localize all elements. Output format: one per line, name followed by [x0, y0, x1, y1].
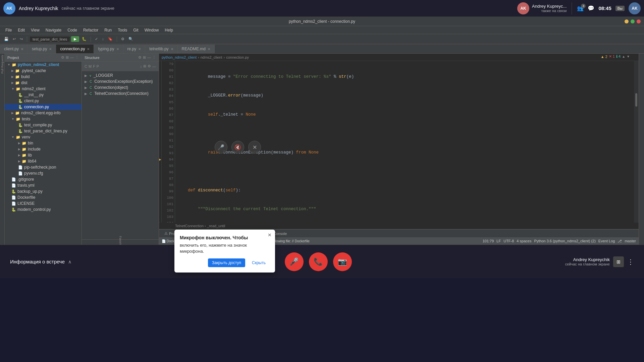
close-tab-setup[interactable]: ✕	[49, 47, 52, 51]
tree-pytest-cache[interactable]: ▶ 📁 .pytest_cache	[5, 68, 82, 74]
tab-re-py[interactable]: re.py ✕	[123, 45, 146, 53]
tree-tests[interactable]: ▼ 📁 tests	[5, 116, 82, 122]
nav-up-icon[interactable]: ▲	[622, 55, 625, 58]
pull-requests-label[interactable]: Pull Requests	[0, 54, 5, 75]
sidebar-settings-icon[interactable]: ⚙	[61, 55, 64, 60]
hangup-btn[interactable]: 📞	[309, 252, 328, 271]
tree-init-py[interactable]: 🐍 __init__.py	[5, 92, 82, 98]
sidebar-expand-icon[interactable]: ⊞	[66, 55, 69, 60]
toolbar-path[interactable]: test_parse_dict_lines	[30, 37, 70, 42]
tree-gitignore[interactable]: 📄 .gitignore	[5, 176, 82, 182]
menu-window[interactable]: Window	[142, 27, 162, 33]
camera-btn[interactable]: 📷	[333, 252, 352, 271]
struct-icon-minus[interactable]: —	[152, 64, 156, 68]
overlay-close-btn[interactable]: ✕	[248, 141, 261, 154]
mute-mic-btn[interactable]: 🎤	[285, 252, 304, 271]
menu-code[interactable]: Code	[65, 27, 80, 33]
tree-client-py[interactable]: 🐍 client.py	[5, 98, 82, 104]
struct-icon-f[interactable]: F	[93, 64, 95, 68]
toolbar-git-check[interactable]: ✓	[94, 36, 99, 42]
struct-connection-exception[interactable]: ▶ C ConnectionException(Exception)	[82, 78, 159, 84]
menu-refactor[interactable]: Refactor	[80, 27, 101, 33]
tree-pyvenv[interactable]: 📄 pyvenv.cfg	[5, 170, 82, 176]
close-tab-typing[interactable]: ✕	[116, 47, 119, 51]
struct-logger[interactable]: ▶ v _LOGGER	[82, 72, 159, 78]
tree-license[interactable]: 📄 LICENSE	[5, 200, 82, 206]
toolbar-debug[interactable]: 🐛	[80, 36, 88, 42]
tab-connection-py[interactable]: connection.py ✕	[56, 45, 94, 53]
toolbar-redo[interactable]: ↪	[18, 36, 24, 42]
tree-travis[interactable]: 📄 travis.yml	[5, 182, 82, 188]
editor-scrollbar[interactable]	[634, 61, 639, 223]
struct-icon-c[interactable]: C	[85, 64, 87, 68]
chat-icon[interactable]: 💬	[588, 5, 594, 11]
tree-test-parse[interactable]: 🐍 test_parse_dict_lines.py	[5, 128, 82, 134]
menu-run[interactable]: Run	[102, 27, 114, 33]
tab-setup-py[interactable]: setup.py ✕	[28, 45, 56, 53]
tree-root[interactable]: ▼ 📁 python_ndms2_client	[5, 62, 82, 68]
close-tab-client[interactable]: ✕	[21, 47, 23, 51]
menu-git[interactable]: Git	[130, 27, 141, 33]
tree-ndms2-client[interactable]: ▼ 📁 ndms2_client	[5, 86, 82, 92]
tooltip-primary-btn[interactable]: Закрыть доступ	[208, 258, 245, 267]
menu-navigate[interactable]: Navigate	[43, 27, 64, 33]
statusbar-event-log[interactable]: Event Log	[598, 239, 615, 243]
struct-connection[interactable]: ▶ C Connection(object)	[82, 84, 159, 90]
menu-help[interactable]: Help	[162, 27, 176, 33]
tab-typing-py[interactable]: typing.py ✕	[94, 45, 123, 53]
maximize-btn[interactable]	[631, 19, 635, 23]
struct-icon-gear[interactable]: ⚙	[148, 64, 151, 68]
struct-icon-group[interactable]: ⊞	[143, 64, 146, 68]
tree-dockerfile[interactable]: 📄 Dockerfile	[5, 194, 82, 200]
tree-include[interactable]: ▶ 📁 include	[5, 146, 82, 152]
tree-venv[interactable]: ▼ 📁 venv	[5, 134, 82, 140]
tree-dist[interactable]: ▶ 📁 dist	[5, 80, 82, 86]
menu-tools[interactable]: Tools	[115, 27, 130, 33]
participants-icon[interactable]: 👥 3	[577, 5, 584, 11]
struct-settings-icon[interactable]: ⚙	[138, 55, 142, 60]
scrollbar-thumb[interactable]	[635, 93, 637, 107]
tree-test-compile[interactable]: 🐍 test_compile.py	[5, 122, 82, 128]
tree-pip-selfcheck[interactable]: 📄 pip-selfcheck.json	[5, 164, 82, 170]
tab-client-py[interactable]: client.py ✕	[0, 45, 28, 53]
tree-connection-py[interactable]: 🐍 connection.py	[5, 104, 82, 110]
toolbar-git-push[interactable]: ↑	[101, 37, 105, 42]
bottom-more-btn[interactable]: ⋮	[627, 258, 634, 266]
close-tab-connection[interactable]: ✕	[87, 47, 90, 51]
tree-egg-info[interactable]: ▶ 📁 ndms2_client.egg-info	[5, 110, 82, 116]
close-tab-re[interactable]: ✕	[138, 47, 141, 51]
struct-more-icon[interactable]: ⋮	[152, 55, 156, 60]
minimize-btn[interactable]	[625, 19, 629, 23]
struct-telnet-connection[interactable]: ▶ C TelnetConnection(Connection)	[82, 90, 159, 97]
toolbar-settings[interactable]: ⚙	[120, 36, 126, 42]
menu-view[interactable]: View	[28, 27, 42, 33]
struct-collapse-icon[interactable]: —	[147, 55, 151, 60]
tree-bin[interactable]: ▶ 📁 bin	[5, 140, 82, 146]
tree-modern-control[interactable]: 🐍 modern_control.py	[5, 206, 82, 213]
menu-edit[interactable]: Edit	[15, 27, 28, 33]
tree-backup[interactable]: 🐍 backup_up.py	[5, 188, 82, 194]
sidebar-collapse-icon[interactable]: —	[70, 55, 74, 60]
overlay-mute-btn[interactable]: 🎤	[215, 141, 227, 154]
toolbar-bookmark[interactable]: 🔖	[107, 36, 114, 42]
menu-file[interactable]: File	[3, 27, 14, 33]
toolbar-run-btn[interactable]: ▶	[71, 36, 79, 42]
struct-icon-m[interactable]: M	[89, 64, 92, 68]
sidebar-more-icon[interactable]: ⋮	[75, 55, 79, 60]
favorites-label[interactable]: Favorites	[118, 235, 123, 245]
tooltip-secondary-btn[interactable]: Скрыть	[248, 258, 270, 267]
screen-share-icon[interactable]: ⊞	[613, 256, 624, 267]
chevron-up-icon[interactable]: ∧	[68, 259, 71, 264]
struct-icon-p[interactable]: P	[97, 64, 99, 68]
tooltip-close-btn[interactable]: ✕	[268, 232, 272, 238]
tab-readme[interactable]: README.md ✕	[178, 45, 215, 53]
close-tab-readme[interactable]: ✕	[208, 47, 210, 51]
struct-expand-icon[interactable]: ⊞	[143, 55, 146, 60]
close-tab-telnetlib[interactable]: ✕	[171, 47, 173, 51]
tree-lib64[interactable]: ▶ 📁 lib64	[5, 158, 82, 164]
struct-icon-sort[interactable]: ↕	[140, 64, 142, 68]
toolbar-search[interactable]: 🔍	[127, 36, 135, 42]
nav-down-icon[interactable]: ▼	[627, 55, 630, 58]
tree-lib[interactable]: ▶ 📁 lib	[5, 152, 82, 158]
toolbar-undo[interactable]: ↩	[11, 36, 17, 42]
